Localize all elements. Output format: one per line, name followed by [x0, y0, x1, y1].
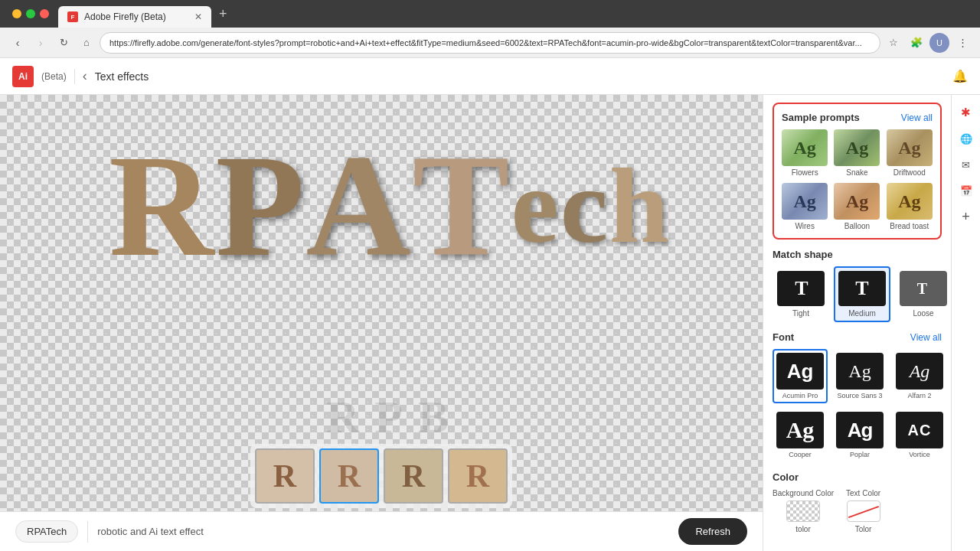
- font-alfarn-preview: Ag: [896, 353, 943, 390]
- shape-loose[interactable]: T Loose: [895, 266, 951, 322]
- prompt-thumb-snake: Ag: [834, 129, 880, 166]
- color-row: Background Color tolor Text Color Tolor: [773, 489, 942, 533]
- match-shape-section: Match shape T Tight T Medium T Loose: [773, 249, 942, 322]
- header-divider: [74, 69, 75, 84]
- font-alfarn-label: Alfarn 2: [907, 392, 931, 399]
- app-header: Ai (Beta) ‹ Text effects 🔔: [0, 58, 980, 95]
- rt-icon-4[interactable]: 📅: [955, 179, 978, 202]
- prompt-label-driftwood: Driftwood: [893, 168, 926, 177]
- font-view-all[interactable]: View all: [910, 332, 942, 343]
- font-cooper-label: Cooper: [789, 451, 812, 458]
- prompt-label-balloon: Balloon: [844, 222, 870, 230]
- letter-h: h: [609, 152, 669, 259]
- font-poplar-label: Poplar: [850, 451, 870, 458]
- font-vortice[interactable]: AC Vortice: [892, 408, 947, 462]
- url-text: https://firefly.adobe.com/generate/font-…: [109, 38, 862, 47]
- prompt-input[interactable]: [97, 526, 669, 537]
- nav-refresh[interactable]: ↻: [54, 33, 74, 53]
- bg-color-label: Background Color: [773, 489, 834, 497]
- text-input-wrapper: RPATech: [15, 520, 78, 543]
- prompt-label-bread: Bread toast: [890, 222, 929, 230]
- letter-e: e: [511, 152, 559, 259]
- tab-icon: F: [67, 11, 78, 22]
- font-cooper[interactable]: Ag Cooper: [773, 408, 828, 462]
- address-bar[interactable]: https://firefly.adobe.com/generate/font-…: [100, 32, 880, 54]
- font-grid: Ag Acumin Pro Ag Source Sans 3 Ag Alfarn…: [773, 349, 942, 462]
- prompt-thumb-flowers: Ag: [782, 129, 828, 166]
- browser-tab[interactable]: F Adobe Firefly (Beta) ✕: [58, 6, 211, 28]
- shape-medium-preview: T: [838, 271, 886, 306]
- window-maximize[interactable]: [26, 9, 35, 18]
- right-panel: Sample prompts View all Ag Flowers Ag Sn…: [763, 95, 951, 551]
- prompt-item-bread[interactable]: Ag Bread toast: [887, 183, 933, 230]
- page-title: Text effects: [95, 70, 149, 83]
- match-shape-grid: T Tight T Medium T Loose: [773, 266, 942, 322]
- main-layout: R P A T e c h R P B R R R R RPATech: [0, 95, 980, 551]
- bookmark-icon[interactable]: ☆: [884, 33, 903, 53]
- thumbnails-strip: R R R R: [250, 444, 512, 508]
- prompt-item-snake[interactable]: Ag Snake: [834, 129, 880, 177]
- nav-forward[interactable]: ›: [31, 33, 51, 53]
- letter-c: c: [560, 152, 608, 259]
- font-vortice-label: Vortice: [909, 451, 930, 458]
- shape-medium[interactable]: T Medium: [834, 266, 890, 322]
- thumbnail-4[interactable]: R: [448, 448, 508, 504]
- canvas-area: R P A T e c h R P B R R R R RPATech: [0, 95, 763, 551]
- rt-icon-add[interactable]: +: [955, 205, 978, 228]
- back-button[interactable]: ‹: [83, 68, 87, 84]
- prompt-label-wires: Wires: [795, 222, 815, 230]
- prompt-item-balloon[interactable]: Ag Balloon: [834, 183, 880, 230]
- text-color-swatch[interactable]: [847, 500, 880, 522]
- window-minimize[interactable]: [12, 9, 21, 18]
- background-color-col: Background Color tolor: [773, 489, 834, 533]
- rt-icon-3[interactable]: ✉: [955, 153, 978, 176]
- letter-T: T: [413, 133, 510, 279]
- prompt-item-driftwood[interactable]: Ag Driftwood: [887, 129, 933, 177]
- nav-home[interactable]: ⌂: [77, 33, 96, 53]
- beta-label: (Beta): [41, 71, 67, 82]
- browser-chrome: F Adobe Firefly (Beta) ✕ +: [0, 0, 980, 28]
- profile-icon[interactable]: U: [929, 33, 949, 53]
- refresh-label: Refresh: [695, 526, 730, 537]
- font-poplar[interactable]: Ag Poplar: [832, 408, 887, 462]
- thumbnail-3[interactable]: R: [384, 448, 443, 504]
- font-source[interactable]: Ag Source Sans 3: [832, 349, 887, 403]
- text-color-label: Text Color: [846, 489, 880, 497]
- tab-label: Adobe Firefly (Beta): [84, 11, 166, 22]
- letter-A: A: [306, 133, 411, 279]
- notification-bell[interactable]: 🔔: [952, 69, 968, 83]
- prompt-thumb-wires: Ag: [782, 183, 828, 220]
- right-toolbar: ✱ 🌐 ✉ 📅 +: [951, 95, 980, 551]
- new-tab-button[interactable]: +: [214, 6, 232, 22]
- shape-loose-label: Loose: [913, 309, 933, 318]
- shape-tight[interactable]: T Tight: [773, 266, 829, 322]
- font-vortice-preview: AC: [896, 412, 943, 448]
- font-alfarn[interactable]: Ag Alfarn 2: [892, 349, 947, 403]
- color-section: Color Background Color tolor Text Color …: [773, 471, 942, 533]
- letter-P: P: [216, 133, 305, 279]
- prompt-item-flowers[interactable]: Ag Flowers: [782, 129, 828, 177]
- rt-icon-1[interactable]: ✱: [955, 101, 978, 124]
- sample-prompts-view-all[interactable]: View all: [901, 112, 933, 123]
- prompt-item-wires[interactable]: Ag Wires: [782, 183, 828, 230]
- browser-nav-bar: ‹ › ↻ ⌂ https://firefly.adobe.com/genera…: [0, 28, 980, 58]
- extensions-icon[interactable]: 🧩: [906, 33, 926, 53]
- font-acumin[interactable]: Ag Acumin Pro: [773, 349, 828, 403]
- sample-prompts-title: Sample prompts: [782, 112, 860, 123]
- nav-back[interactable]: ‹: [8, 33, 28, 53]
- font-source-preview: Ag: [836, 353, 884, 390]
- sample-prompts-header: Sample prompts View all: [782, 112, 933, 123]
- prompt-thumb-driftwood: Ag: [887, 129, 933, 166]
- menu-icon[interactable]: ⋮: [952, 33, 972, 53]
- window-close[interactable]: [40, 9, 49, 18]
- thumbnail-2[interactable]: R: [319, 448, 379, 504]
- refresh-button[interactable]: Refresh: [678, 518, 747, 545]
- prompt-label-snake: Snake: [846, 168, 867, 177]
- font-acumin-preview: Ag: [776, 353, 824, 390]
- thumbnail-1[interactable]: R: [255, 448, 315, 504]
- prompt-thumb-balloon: Ag: [834, 183, 880, 220]
- rt-icon-2[interactable]: 🌐: [955, 127, 978, 150]
- font-header: Font View all: [773, 331, 942, 343]
- tab-close-icon[interactable]: ✕: [194, 11, 202, 22]
- bg-color-swatch[interactable]: [786, 500, 820, 522]
